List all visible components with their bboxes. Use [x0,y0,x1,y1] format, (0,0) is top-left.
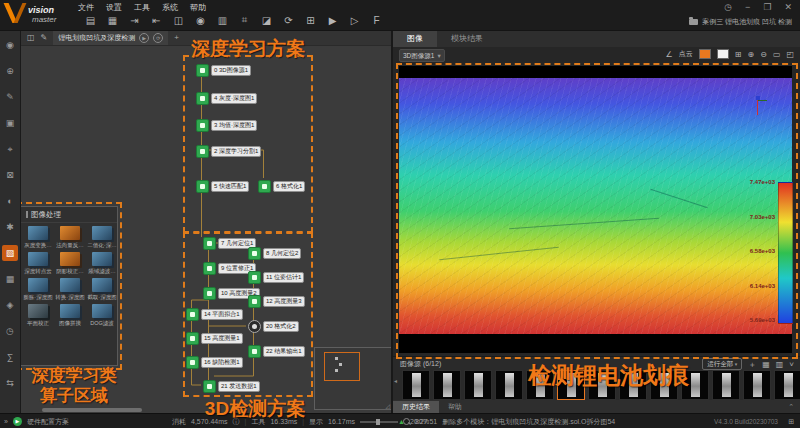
camera-icon[interactable]: ◉ [194,15,207,26]
metric-display-value: 16.17ms [328,418,355,425]
sidebar-logic[interactable]: ∑ [2,349,18,365]
window-layout-icon[interactable]: ◫ [172,15,185,26]
module-icon [203,287,216,300]
operator-item[interactable]: 灰度变换… [22,226,54,250]
module-icon [186,308,199,321]
fullscreen-icon[interactable]: ◰ [786,50,794,59]
minimize-icon[interactable]: − [745,2,750,12]
zoom-slider[interactable] [360,421,398,423]
flow-list-icon[interactable]: ◫ [27,33,35,42]
flow-node[interactable]: 20 格式化2 [248,320,299,333]
run-once-icon[interactable]: ▷ [348,15,361,26]
flow-tab[interactable]: 锂电划痕凹坑及深度检测 ▶ ⟳ [53,30,168,45]
menu-item[interactable]: 系统 [162,2,178,13]
image-processing-panel: 图像处理 灰度变换… 法向量反… 二值化·深… 深度转点云 阴影校正… 频域滤波… [20,206,118,366]
tab-image[interactable]: 图像 [393,30,437,47]
measure-icon[interactable]: ∠ [666,50,673,59]
image-source-select[interactable]: 3D图像源1 [399,49,445,62]
tab-module-result[interactable]: 模块结果 [437,30,497,47]
operator-grid: 灰度变换… 法向量反… 二值化·深… 深度转点云 阴影校正… 频域滤波… 膨胀·… [21,223,117,331]
io-card-icon[interactable]: ◪ [260,15,273,26]
menu-item[interactable]: 文件 [78,2,94,13]
flow-node[interactable]: 8 几何定位2 [248,247,301,260]
operator-item[interactable]: 平面校正 [22,304,54,328]
open-folder-icon[interactable]: ▦ [106,15,119,26]
flow-node[interactable]: 21 发送数据1 [203,380,260,393]
flow-loop-icon[interactable]: ⟳ [153,33,163,43]
flow-settings-icon[interactable]: ✎ [41,33,48,42]
run-continuous-icon[interactable]: ▶ [326,15,339,26]
canvas-horizontal-scrollbar[interactable] [42,408,142,412]
sidebar-deep-learning[interactable]: ⊠ [2,167,18,183]
folder-icon [689,19,698,25]
minimap-viewport[interactable] [324,352,360,381]
point-cloud-label: 点云 [679,49,693,59]
zoom-out-icon[interactable]: ⊖ [760,50,767,59]
module-list-icon[interactable]: ▥ [216,15,229,26]
menu-item[interactable]: 帮助 [190,2,206,13]
minimap-resize-icon[interactable]: ◿ [385,402,390,409]
operator-thumbnail-icon [28,226,48,240]
communication-icon[interactable]: ⌗ [238,14,251,26]
tab-history-results[interactable]: 历史结果 [393,401,439,413]
sidebar-timing[interactable]: ◷ [2,323,18,339]
log-detail-icon[interactable]: ⊞ [788,418,794,426]
close-icon[interactable]: ✕ [784,2,792,12]
operator-item[interactable]: 转换·深度图 [54,278,86,302]
sidebar-acquisition[interactable]: ◉ [2,37,18,53]
tab-help[interactable]: 帮助 [439,401,471,413]
module-icon [203,237,216,250]
restore-icon[interactable]: ❐ [763,2,771,12]
save-icon[interactable]: ▤ [84,15,97,26]
flow-node[interactable]: 11 位姿估计1 [248,271,304,284]
flow-minimap[interactable]: ◿ [314,347,392,410]
expand-history-icon[interactable]: ⌃ [788,403,794,411]
module-icon [186,332,199,345]
color-swatch-white[interactable] [717,49,729,59]
flow-node[interactable]: 12 高度测量3 [248,295,305,308]
flow-node[interactable]: 15 高度测量1 [186,332,243,345]
refresh-icon[interactable]: ⟳ [282,15,295,26]
help-clock-icon[interactable]: ◷ [724,2,732,12]
operator-item[interactable]: 图像拼接 [54,304,86,328]
sidebar-color[interactable]: ◐ [2,193,18,209]
operator-item[interactable]: 膨胀·深度图 [22,278,54,302]
flow-node[interactable]: 16 缺陷检测1 [186,356,243,369]
sidebar-image-processing[interactable]: ▧ [2,245,18,261]
operator-item[interactable]: 频域滤波… [86,252,118,276]
zoom-in-icon[interactable]: ⊕ [747,50,754,59]
menu-bar: 文件设置工具系统帮助 [78,2,206,13]
operator-item[interactable]: 法向量反… [54,226,86,250]
menu-item[interactable]: 工具 [134,2,150,13]
expand-status-icon[interactable]: » [4,418,8,425]
operator-item[interactable]: 深度转点云 [22,252,54,276]
operator-item[interactable]: DOG滤波 [86,304,118,328]
annotation-operator-area: 深度学习类 算子区域 [8,366,140,406]
sidebar-calculation[interactable]: ▦ [2,271,18,287]
sidebar-3d-tools[interactable]: ◈ [2,297,18,313]
flow-node[interactable]: 22 结果输出1 [248,345,305,358]
sidebar-measure[interactable]: ✎ [2,89,18,105]
operator-item[interactable]: 二值化·深… [86,226,118,250]
fit-view-icon[interactable]: ⊞ [735,50,742,59]
sidebar-image-frame[interactable]: ▣ [2,115,18,131]
operator-item[interactable]: 截取·深度图 [86,278,118,302]
menu-item[interactable]: 设置 [106,2,122,13]
operator-item[interactable]: 阴影校正… [54,252,86,276]
operator-thumbnail-icon [60,304,80,318]
flow-node[interactable]: 14 平面拟合1 [186,308,243,321]
sidebar-defect[interactable]: ✱ [2,219,18,235]
export-icon[interactable]: ⇥ [128,15,141,26]
front-run-icon[interactable]: F [370,15,383,26]
tool-category-sidebar: ◉⊕✎▣⌖⊠◐✱▧▦◈◷∑⇆ [0,30,21,420]
io-config-icon[interactable]: ⊞ [304,15,317,26]
color-swatch-orange[interactable] [699,49,711,59]
module-icon [248,295,261,308]
operator-thumbnail-icon [92,278,112,292]
import-icon[interactable]: ⇤ [150,15,163,26]
one-to-one-icon[interactable]: ▭ [773,50,781,59]
sidebar-location[interactable]: ⊕ [2,63,18,79]
flow-run-icon[interactable]: ▶ [139,33,149,43]
panel-splitter[interactable] [391,30,393,413]
sidebar-recognition[interactable]: ⌖ [2,141,18,157]
